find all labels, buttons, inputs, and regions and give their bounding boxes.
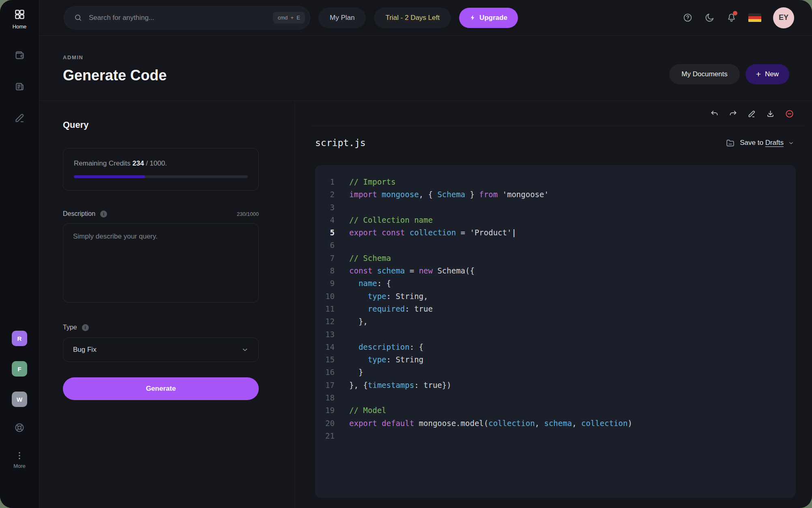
workspace-avatar-r[interactable]: R [12, 331, 27, 346]
type-label: Type [63, 324, 77, 331]
code-line[interactable]: 20export default mongoose.model(collecti… [315, 417, 796, 430]
query-description-textarea[interactable] [63, 223, 259, 303]
sidebar-item-more[interactable]: More [13, 452, 26, 469]
user-avatar[interactable]: EY [773, 7, 794, 28]
code-line[interactable]: 11 required: true [315, 303, 796, 315]
chevron-down-icon [241, 346, 249, 353]
drafts-link[interactable]: Drafts [765, 139, 784, 146]
code-line[interactable]: 6 [315, 239, 796, 252]
line-number: 1 [315, 176, 335, 188]
code-text: description: { [349, 341, 423, 353]
my-documents-button[interactable]: My Documents [669, 64, 739, 84]
workspace-letter: F [17, 366, 21, 372]
bell-icon[interactable] [726, 13, 737, 23]
code-text: required: true [349, 303, 433, 315]
plus-icon: + [756, 70, 761, 78]
upgrade-button[interactable]: Upgrade [459, 8, 518, 28]
redo-icon[interactable] [729, 110, 737, 118]
sidebar-home-label: Home [13, 24, 27, 30]
new-button[interactable]: + New [745, 64, 789, 84]
pencil-icon[interactable] [14, 112, 25, 123]
workspace-letter: R [17, 335, 22, 342]
code-text: // Collection name [349, 214, 433, 226]
info-icon[interactable]: i [100, 211, 107, 217]
keyboard-shortcut-badge: cmd + E [273, 12, 305, 24]
german-flag-icon[interactable] [748, 13, 761, 22]
undo-icon[interactable] [710, 110, 719, 118]
search-input[interactable] [88, 13, 267, 22]
help-icon[interactable] [683, 13, 693, 23]
screen: Home [0, 0, 812, 508]
code-line[interactable]: 7// Schema [315, 252, 796, 265]
code-line[interactable]: 5export const collection = 'Product'| [315, 226, 796, 239]
code-line[interactable]: 18 [315, 392, 796, 404]
line-number: 11 [315, 303, 335, 315]
code-text: export default mongoose.model(collection… [349, 417, 632, 430]
save-to-drafts-control[interactable]: Save to Drafts [725, 138, 794, 148]
credits-value: 234 [133, 159, 144, 167]
code-line[interactable]: 17}, {timestamps: true}) [315, 379, 796, 392]
code-text: type: String, [349, 290, 428, 303]
code-line[interactable]: 1// Imports [315, 176, 796, 188]
type-select[interactable]: Bug Fix [63, 338, 259, 362]
topbar: cmd + E My Plan Trial - 2 Days Left Upgr… [39, 0, 812, 36]
line-number: 21 [315, 430, 335, 442]
description-label-row: Description i [63, 210, 107, 217]
code-line[interactable]: 4// Collection name [315, 214, 796, 226]
workspace-letter: W [17, 396, 22, 403]
code-editor[interactable]: 1// Imports2import mongoose, { Schema } … [315, 165, 796, 498]
code-text: } [349, 366, 363, 379]
code-lines: 1// Imports2import mongoose, { Schema } … [315, 176, 796, 442]
code-line[interactable]: 2import mongoose, { Schema } from 'mongo… [315, 188, 796, 201]
chevron-down-icon [788, 140, 794, 146]
code-text: // Schema [349, 252, 391, 265]
edit-pencil-icon[interactable] [748, 110, 756, 118]
workspace-avatar-f[interactable]: F [12, 361, 27, 377]
page-title: Generate Code [63, 67, 167, 84]
info-icon[interactable]: i [82, 324, 89, 331]
line-number: 15 [315, 353, 335, 366]
my-plan-button[interactable]: My Plan [318, 8, 366, 28]
trial-status-badge[interactable]: Trial - 2 Days Left [374, 8, 451, 28]
code-line[interactable]: 3 [315, 201, 796, 214]
code-line[interactable]: 21 [315, 430, 796, 442]
code-line[interactable]: 19// Model [315, 404, 796, 417]
code-line[interactable]: 13 [315, 328, 796, 341]
code-line[interactable]: 10 type: String, [315, 290, 796, 303]
moon-icon[interactable] [705, 13, 715, 23]
upgrade-label: Upgrade [479, 14, 507, 22]
workspace-avatar-w[interactable]: W [12, 392, 27, 407]
code-text: import mongoose, { Schema } from 'mongoo… [349, 188, 549, 201]
credits-progress-fill [74, 175, 145, 178]
wallet-icon[interactable] [14, 50, 25, 61]
code-line[interactable]: 12 }, [315, 315, 796, 328]
code-line[interactable]: 8const schema = new Schema({ [315, 265, 796, 277]
type-label-row: Type i [63, 324, 89, 331]
dots-vertical-icon [16, 452, 23, 460]
generate-button[interactable]: Generate [63, 377, 259, 400]
search-bar[interactable]: cmd + E [64, 6, 310, 30]
code-text: name: { [349, 277, 391, 290]
main-area: cmd + E My Plan Trial - 2 Days Left Upgr… [39, 0, 812, 508]
line-number: 9 [315, 277, 335, 290]
remove-minus-circle-icon[interactable] [785, 109, 794, 118]
line-number: 12 [315, 315, 335, 328]
code-line[interactable]: 16 } [315, 366, 796, 379]
documents-icon[interactable] [14, 81, 25, 92]
line-number: 2 [315, 188, 335, 201]
code-line[interactable]: 14 description: { [315, 341, 796, 353]
description-label: Description [63, 210, 95, 217]
credits-progress-track [74, 175, 248, 178]
editor-panel: script.js Save to Drafts [295, 101, 812, 508]
lifebuoy-icon[interactable] [14, 422, 25, 433]
code-line[interactable]: 9 name: { [315, 277, 796, 290]
line-number: 4 [315, 214, 335, 226]
type-select-value: Bug Fix [73, 346, 97, 354]
sidebar-item-home[interactable]: Home [13, 9, 27, 30]
char-counter: 230/1000 [237, 211, 259, 217]
line-number: 18 [315, 392, 335, 404]
code-line[interactable]: 15 type: String [315, 353, 796, 366]
line-number: 13 [315, 328, 335, 341]
more-label: More [13, 463, 26, 469]
download-icon[interactable] [766, 110, 775, 118]
